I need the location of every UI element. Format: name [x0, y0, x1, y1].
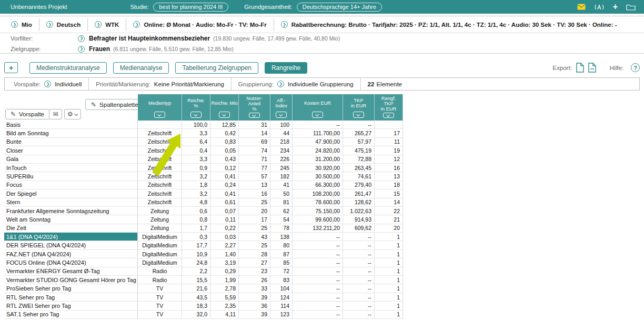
- chevron-circle-icon[interactable]: ❯: [78, 46, 85, 53]
- vorspalte-button[interactable]: ✎ Vorspalte: [5, 109, 49, 119]
- zielgruppe-value[interactable]: Frauen: [89, 45, 110, 53]
- table-row[interactable]: SternZeitschrift4,80,61258178.600,00128,…: [4, 198, 403, 207]
- chevron-circle-icon[interactable]: ❯: [281, 21, 288, 28]
- table-row[interactable]: Frankfurter Allgemeine SonntagszeitungZe…: [4, 207, 403, 215]
- row-name[interactable]: SUPERillu: [4, 172, 138, 180]
- studie-select[interactable]: best for planning 2024 III: [153, 3, 228, 12]
- add-tab-button[interactable]: +: [4, 62, 18, 73]
- tab-medienanalyse[interactable]: Medienanalyse: [113, 62, 169, 74]
- row-name[interactable]: RTL ZWEI Seher pro Tag: [4, 302, 138, 309]
- mail-icon[interactable]: [577, 4, 586, 10]
- row-name[interactable]: Bunte: [4, 138, 138, 146]
- settings-item-3[interactable]: ❯Online: Ø Monat · Audio: Mo-Fr · TV: Mo…: [126, 21, 273, 28]
- table-row[interactable]: Welt am SonntagZeitung0,80,11175499.600,…: [4, 215, 403, 224]
- chevron-circle-icon[interactable]: ❯: [78, 35, 85, 42]
- table-row[interactable]: ProSieben Seher pro TagTV21,62,7833104--…: [4, 284, 403, 293]
- column-header-kosten-eur[interactable]: Kosten EUR: [293, 94, 343, 121]
- settings-item-1[interactable]: ❯Deutsch: [39, 21, 87, 28]
- column-dropdown-icon[interactable]: [190, 112, 202, 118]
- row-name[interactable]: Stern: [4, 198, 138, 206]
- table-row[interactable]: Basis100,012,8531100----: [4, 121, 403, 129]
- column-dropdown-icon[interactable]: [312, 112, 323, 118]
- table-row[interactable]: RTL Seher pro TagTV43,55,5939124----1: [4, 293, 403, 302]
- row-name[interactable]: FAZ.NET (DNA Q4/2024): [4, 250, 138, 258]
- column-header-reichw[interactable]: Reichw. %: [182, 94, 210, 121]
- table-row[interactable]: GalaZeitschrift3,30,437122631.200,0072,8…: [4, 155, 403, 164]
- column-header-nutzer-anteil[interactable]: Nutzer- Anteil %: [239, 94, 270, 121]
- column-header-rangf-tkp-in-eur[interactable]: Rangf. TKP in EUR: [375, 94, 403, 121]
- row-name[interactable]: SAT.1 Seher pro Tag: [4, 311, 138, 318]
- table-row[interactable]: Die ZeitZeitung1,70,222578132.211,20609,…: [4, 224, 403, 233]
- row-name[interactable]: Die Zeit: [4, 224, 138, 232]
- table-row[interactable]: Vermarkter STUDIO GONG Gesamt Hörer pro …: [4, 276, 403, 284]
- row-name[interactable]: RTL Seher pro Tag: [4, 293, 138, 301]
- broadcast-icon[interactable]: [594, 4, 605, 11]
- table-row[interactable]: InTouchZeitschrift0,90,127724530.920,002…: [4, 164, 403, 172]
- chevron-circle-icon[interactable]: ❯: [133, 21, 140, 28]
- row-name[interactable]: Gala: [4, 155, 138, 163]
- filter-segment-priorität-markierung[interactable]: Priorität/Markierung:Keine Priorität/Mar…: [89, 81, 231, 87]
- column-dropdown-icon[interactable]: [154, 112, 165, 118]
- column-dropdown-icon[interactable]: [353, 112, 364, 118]
- chevron-circle-icon[interactable]: ❯: [95, 21, 102, 28]
- plus-icon[interactable]: +: [613, 3, 618, 11]
- table-row[interactable]: 1&1 (DNA Q4/2024)DigitalMedium0,30,03431…: [4, 233, 403, 241]
- column-dropdown-icon[interactable]: [219, 112, 230, 118]
- row-name[interactable]: DER SPIEGEL (DNA Q4/2024): [4, 241, 138, 249]
- settings-item-2[interactable]: ❯WTK: [88, 21, 126, 28]
- column-header-medientyp[interactable]: Medientyp: [138, 94, 182, 121]
- chevron-circle-icon[interactable]: ❯: [46, 21, 53, 28]
- chevron-circle-icon[interactable]: ❯: [44, 81, 51, 87]
- table-row[interactable]: SUPERilluZeitschrift3,20,415718230.500,0…: [4, 172, 403, 181]
- column-dropdown-icon[interactable]: [249, 113, 260, 118]
- chevron-circle-icon[interactable]: ❯: [277, 81, 284, 87]
- folder-icon[interactable]: [626, 4, 636, 11]
- row-name[interactable]: Focus: [4, 181, 138, 189]
- column-header-aff-index[interactable]: Aff.- Index: [270, 94, 293, 121]
- spaltenpalette-button[interactable]: ✎ Spaltenpalette: [85, 99, 144, 110]
- row-name[interactable]: 1&1 (DNA Q4/2024): [4, 233, 138, 241]
- grundgesamtheit-select[interactable]: Deutschsprachige 14+ Jahre: [297, 3, 382, 12]
- export-file-alt-icon[interactable]: [588, 63, 596, 73]
- vorfilter-value[interactable]: Befragter ist Haupteinkommensbezieher: [89, 35, 210, 42]
- column-header-reichw-mio[interactable]: Reichw. Mio: [210, 94, 239, 121]
- table-row[interactable]: FocusZeitschrift1,80,24134166.300,00279,…: [4, 181, 403, 189]
- row-name[interactable]: InTouch: [4, 164, 138, 172]
- row-name[interactable]: FOCUS Online (DNA Q4/2024): [4, 258, 138, 266]
- table-row[interactable]: Bild am SonntagZeitschrift3,30,421444111…: [4, 129, 403, 137]
- table-row[interactable]: SAT.1 Seher pro TagTV32,04,1139123----1: [4, 311, 403, 319]
- row-name[interactable]: Vermarkter STUDIO GONG Gesamt Hörer pro …: [4, 276, 138, 284]
- settings-item-0[interactable]: ❯Mio: [4, 21, 39, 28]
- row-name[interactable]: ProSieben Seher pro Tag: [4, 284, 138, 292]
- chevron-circle-icon[interactable]: ❯: [11, 21, 18, 28]
- table-row[interactable]: FOCUS Online (DNA Q4/2024)DigitalMedium2…: [4, 258, 403, 267]
- row-name[interactable]: Bild am Sonntag: [4, 129, 138, 137]
- row-name[interactable]: Frankfurter Allgemeine Sonntagszeitung: [4, 207, 138, 215]
- filter-segment-gruppierung[interactable]: Gruppierung:❯Individuelle Gruppierung: [232, 81, 360, 87]
- row-name[interactable]: Basis: [4, 121, 138, 128]
- settings-button[interactable]: ⚙: [64, 109, 81, 119]
- column-dropdown-icon[interactable]: [276, 112, 287, 118]
- column-dropdown-icon[interactable]: [383, 113, 394, 118]
- row-name[interactable]: Welt am Sonntag: [4, 215, 138, 223]
- tab-rangreihe[interactable]: Rangreihe: [265, 62, 307, 74]
- cell: 74: [239, 146, 270, 154]
- settings-item-4[interactable]: ❯Rabattberechnung: Brutto · Tarifjahr: 2…: [274, 21, 624, 28]
- tab-medienstrukturanalyse[interactable]: Medienstrukturanalyse: [29, 62, 107, 74]
- table-row[interactable]: BunteZeitschrift6,40,836921847.900,0057,…: [4, 138, 403, 146]
- table-row[interactable]: CloserZeitschrift0,40,057423424.820,0047…: [4, 146, 403, 155]
- table-row[interactable]: FAZ.NET (DNA Q4/2024)DigitalMedium10,91,…: [4, 250, 403, 258]
- export-file-icon[interactable]: [576, 63, 584, 73]
- row-name[interactable]: Der Spiegel: [4, 189, 138, 197]
- table-row[interactable]: DER SPIEGEL (DNA Q4/2024)DigitalMedium17…: [4, 241, 403, 249]
- row-name[interactable]: Vermarkter ENERGY Gesamt Ø-Tag: [4, 267, 138, 275]
- table-row[interactable]: Der SpiegelZeitschrift3,20,411650108.200…: [4, 189, 403, 198]
- column-header-tkp-in-eur[interactable]: TKP in EUR: [343, 94, 375, 121]
- table-row[interactable]: Vermarkter ENERGY Gesamt Ø-TagRadio2,20,…: [4, 267, 403, 276]
- tab-tabellierung-zielgruppen[interactable]: Tabellierung Zielgruppen: [175, 62, 258, 74]
- row-name[interactable]: Closer: [4, 146, 138, 154]
- table-row[interactable]: RTL ZWEI Seher pro TagTV18,32,3536114---…: [4, 302, 403, 310]
- mail-button[interactable]: ✉: [49, 109, 62, 119]
- help-icon[interactable]: ?: [631, 63, 640, 72]
- filter-segment-vorspalte[interactable]: Vorspalte:❯Individuell: [7, 81, 88, 87]
